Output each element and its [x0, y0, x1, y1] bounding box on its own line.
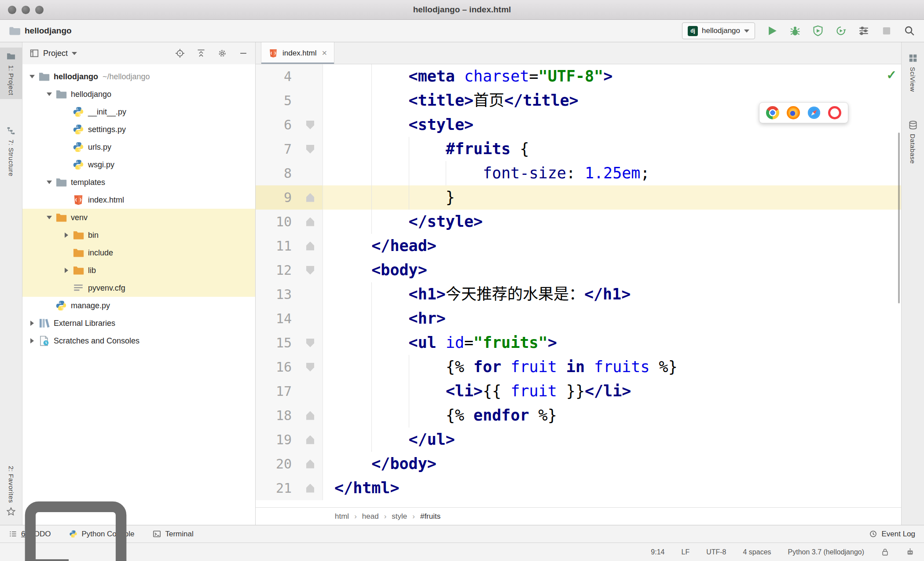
- fold-marker-up[interactable]: [306, 436, 314, 444]
- code-text[interactable]: </body>: [323, 452, 901, 476]
- fold-marker-down[interactable]: [306, 145, 314, 154]
- code-line-17[interactable]: 17 <li>{{ fruit }}</li>: [256, 379, 901, 403]
- code-text[interactable]: }: [323, 185, 901, 210]
- tool-strip-button-database[interactable]: Database: [902, 116, 924, 168]
- tree-item-include[interactable]: include: [22, 244, 255, 262]
- debug-button[interactable]: [789, 25, 801, 37]
- code-line-19[interactable]: 19 </ul>: [256, 428, 901, 452]
- code-text[interactable]: font-size: 1.25em;: [323, 161, 901, 185]
- fold-marker-up[interactable]: [306, 218, 314, 226]
- run-button[interactable]: [766, 25, 778, 37]
- tree-item-templates[interactable]: templates: [22, 173, 255, 191]
- fold-marker-down[interactable]: [306, 266, 314, 275]
- code-line-9[interactable]: 9 }: [256, 185, 901, 210]
- code-line-11[interactable]: 11 </head>: [256, 234, 901, 258]
- tool-strip-button-sciview[interactable]: SciView: [902, 49, 924, 96]
- tree-item-lib[interactable]: lib: [22, 262, 255, 279]
- close-window-button[interactable]: [8, 6, 16, 14]
- code-line-21[interactable]: 21</html>: [256, 476, 901, 500]
- tree-item-urls-py[interactable]: urls.py: [22, 138, 255, 156]
- code-text[interactable]: </ul>: [323, 428, 901, 452]
- code-line-12[interactable]: 12 <body>: [256, 258, 901, 282]
- tree-down-arrow[interactable]: [43, 209, 55, 226]
- code-line-18[interactable]: 18 {% endfor %}: [256, 403, 901, 428]
- inspections-widget-icon[interactable]: [906, 548, 914, 556]
- code-line-16[interactable]: 16 {% for fruit in fruits %}: [256, 355, 901, 379]
- fold-marker-up[interactable]: [306, 242, 314, 251]
- tree-right-arrow[interactable]: [60, 226, 73, 244]
- status-item-python-3-7-hellodjango[interactable]: Python 3.7 (hellodjango): [788, 548, 864, 556]
- quick-access-icon[interactable]: [10, 486, 142, 561]
- lock-icon[interactable]: [881, 548, 889, 556]
- tree-right-arrow[interactable]: [26, 314, 38, 332]
- fold-marker-up[interactable]: [306, 460, 314, 469]
- code-text[interactable]: <li>{{ fruit }}</li>: [323, 379, 901, 403]
- code-line-8[interactable]: 8 font-size: 1.25em;: [256, 161, 901, 185]
- tree-right-arrow[interactable]: [26, 332, 38, 350]
- tree-item-external-libraries[interactable]: External Libraries: [22, 314, 255, 332]
- tool-strip-button-1-project[interactable]: 1: Project: [0, 48, 22, 99]
- tree-item-manage-py[interactable]: manage.py: [22, 297, 255, 314]
- collapse-all-button[interactable]: [196, 48, 206, 58]
- project-panel-title[interactable]: Project: [43, 49, 68, 58]
- code-line-13[interactable]: 13 <h1>今天推荐的水果是：</h1>: [256, 282, 901, 306]
- inspections-ok-icon[interactable]: ✓: [887, 68, 897, 82]
- editor-scrollbar[interactable]: [898, 133, 900, 303]
- run-with-coverage-button[interactable]: [812, 25, 824, 37]
- fold-marker-down[interactable]: [306, 339, 314, 347]
- tree-item-scratches-and-consoles[interactable]: Scratches and Consoles: [22, 332, 255, 350]
- tool-strip-button-7-structure[interactable]: 7: Structure: [0, 122, 22, 181]
- tree-item-init-py[interactable]: __init__.py: [22, 103, 255, 121]
- breadcrumb-style[interactable]: style: [392, 512, 407, 521]
- stop-button[interactable]: [881, 25, 892, 37]
- code-line-10[interactable]: 10 </style>: [256, 210, 901, 234]
- zoom-window-button[interactable]: [35, 6, 44, 14]
- code-text[interactable]: </head>: [323, 234, 901, 258]
- code-text[interactable]: <meta charset="UTF-8">: [323, 64, 901, 89]
- code-text[interactable]: <h1>今天推荐的水果是：</h1>: [323, 282, 901, 306]
- tree-item-index-html[interactable]: index.html: [22, 191, 255, 209]
- chevron-down-icon[interactable]: [72, 52, 77, 55]
- breadcrumb-html[interactable]: html: [335, 512, 349, 521]
- tree-down-arrow[interactable]: [43, 85, 55, 103]
- status-item-4-spaces[interactable]: 4 spaces: [743, 548, 771, 556]
- tree-item-pyvenv-cfg[interactable]: pyvenv.cfg: [22, 279, 255, 297]
- code-line-7[interactable]: 7 #fruits {: [256, 137, 901, 161]
- status-item-utf-8[interactable]: UTF-8: [706, 548, 726, 556]
- fold-marker-up[interactable]: [306, 193, 314, 202]
- settings-button[interactable]: [217, 48, 227, 58]
- code-line-14[interactable]: 14 <hr>: [256, 306, 901, 331]
- tool-window-button-event-log[interactable]: Event Log: [869, 530, 915, 539]
- code-text[interactable]: {% endfor %}: [323, 403, 901, 428]
- opera-icon[interactable]: [828, 106, 841, 119]
- locate-file-button[interactable]: [175, 48, 185, 58]
- tree-item-bin[interactable]: bin: [22, 226, 255, 244]
- tab-index-html[interactable]: index.html ×: [261, 42, 334, 64]
- run-configuration-select[interactable]: dj hellodjango: [682, 22, 755, 39]
- tree-item-wsgi-py[interactable]: wsgi.py: [22, 156, 255, 173]
- tool-window-button-terminal[interactable]: Terminal: [153, 530, 193, 539]
- tree-down-arrow[interactable]: [26, 68, 38, 85]
- code-text[interactable]: <ul id="fruits">: [323, 331, 901, 355]
- code-area[interactable]: 4 <meta charset="UTF-8">5 <title>首页</tit…: [256, 64, 901, 507]
- fold-marker-down[interactable]: [306, 363, 314, 372]
- profiler-button[interactable]: [835, 25, 847, 37]
- code-line-15[interactable]: 15 <ul id="fruits">: [256, 331, 901, 355]
- status-item-lf[interactable]: LF: [682, 548, 690, 556]
- chrome-icon[interactable]: [766, 106, 779, 119]
- fold-marker-down[interactable]: [306, 121, 314, 129]
- code-text[interactable]: </html>: [323, 476, 901, 500]
- tree-item-venv[interactable]: venv: [22, 209, 255, 226]
- tree-item-hellodjango[interactable]: hellodjango~/hellodjango: [22, 68, 255, 85]
- firefox-icon[interactable]: [787, 106, 800, 119]
- search-everywhere-button[interactable]: [904, 25, 915, 37]
- hide-panel-button[interactable]: [238, 48, 248, 58]
- edit-configurations-button[interactable]: [858, 25, 869, 37]
- tree-item-hellodjango[interactable]: hellodjango: [22, 85, 255, 103]
- code-text[interactable]: <body>: [323, 258, 901, 282]
- code-text[interactable]: #fruits {: [323, 137, 901, 161]
- status-item-9-14[interactable]: 9:14: [651, 548, 664, 556]
- code-text[interactable]: </style>: [323, 210, 901, 234]
- code-text[interactable]: <hr>: [323, 306, 901, 331]
- close-icon[interactable]: ×: [322, 48, 327, 58]
